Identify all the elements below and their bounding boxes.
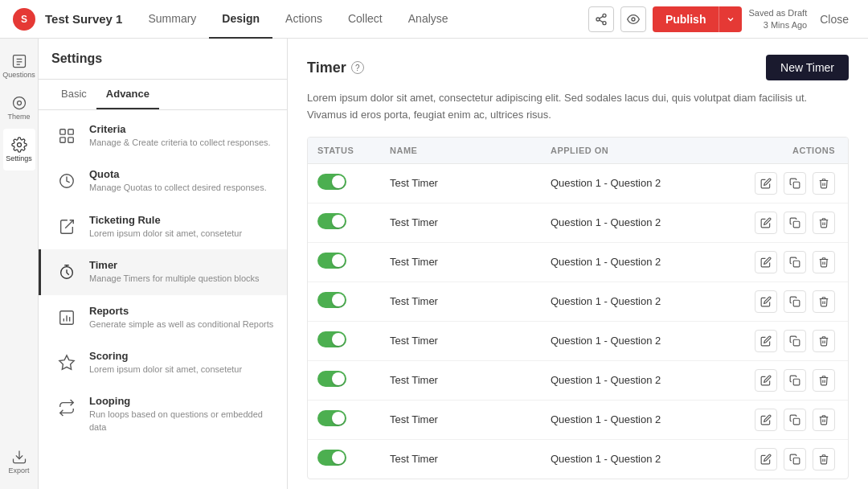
edit-button-0[interactable] [755,172,777,195]
copy-button-5[interactable] [784,369,806,392]
svg-point-5 [632,18,635,21]
copy-button-7[interactable] [784,448,806,471]
delete-button-4[interactable] [813,330,835,352]
copy-button-3[interactable] [784,290,806,313]
settings-item-looping[interactable]: Looping Run loops based on questions or … [39,385,287,443]
sidebar-item-export[interactable]: Export [3,441,35,483]
settings-item-scoring[interactable]: Scoring Lorem ipsum dolor sit amet, cons… [39,340,287,385]
tab-actions[interactable]: Actions [272,0,335,39]
toggle-1[interactable] [317,213,346,229]
th-name: NAME [380,138,541,163]
timer-title: Timer [89,259,260,271]
settings-tabs: Basic Advance [39,80,287,110]
edit-button-6[interactable] [755,409,777,431]
td-applied-on: Question 1 - Question 2 [541,366,743,394]
edit-button-4[interactable] [755,330,777,352]
toggle-6[interactable] [317,410,346,426]
delete-button-7[interactable] [813,448,835,471]
toggle-2[interactable] [317,253,346,269]
copy-button-4[interactable] [784,330,806,352]
copy-button-0[interactable] [784,172,806,195]
delete-button-5[interactable] [813,369,835,392]
copy-button-1[interactable] [784,212,806,234]
edit-icon [760,296,772,307]
td-status [308,205,380,240]
td-actions [743,322,848,360]
td-name: Test Timer [380,248,541,276]
preview-button[interactable] [620,6,646,32]
settings-item-reports[interactable]: Reports Generate simple as well as condi… [39,295,287,340]
publish-button[interactable]: Publish [653,6,719,32]
tab-advance[interactable]: Advance [96,80,159,109]
publish-group: Publish [653,6,743,32]
delete-icon [818,178,829,189]
svg-rect-28 [793,379,800,385]
share-icon [595,13,608,26]
delete-button-3[interactable] [813,290,835,313]
table-row: Test Timer Question 1 - Question 2 [308,322,848,361]
eye-icon [627,13,640,26]
scoring-desc: Lorem ipsum dolor sit amet, consetetur [89,364,242,376]
svg-rect-27 [793,339,800,346]
share-button[interactable] [588,6,614,32]
svg-rect-17 [68,138,73,142]
edit-button-3[interactable] [755,290,777,313]
edit-button-1[interactable] [755,212,777,234]
svg-marker-22 [59,355,74,369]
copy-button-2[interactable] [784,251,806,273]
table-row: Test Timer Question 1 - Question 2 [308,203,848,243]
tab-collect[interactable]: Collect [335,0,395,39]
settings-item-criteria[interactable]: Criteria Manage & Create criteria to col… [39,113,287,158]
settings-item-quota[interactable]: Quota Manage Quotas to collect desired r… [39,158,287,203]
icon-sidebar: Questions Theme Settings Export [0,39,39,489]
publish-caret-button[interactable] [719,6,742,32]
td-applied-on: Question 1 - Question 2 [541,405,743,434]
delete-button-6[interactable] [813,409,835,431]
copy-icon [789,335,800,347]
tab-summary[interactable]: Summary [135,0,209,39]
edit-button-7[interactable] [755,448,777,471]
toggle-5[interactable] [317,371,346,387]
edit-button-2[interactable] [755,251,777,273]
delete-icon [818,257,829,268]
td-name: Test Timer [380,287,541,315]
table-row: Test Timer Question 1 - Question 2 [308,401,848,440]
settings-item-timer[interactable]: Timer Manage Timers for multiple questio… [39,249,287,294]
sidebar-item-theme[interactable]: Theme [3,87,35,129]
copy-icon [789,296,800,307]
export-icon [11,449,27,465]
theme-icon [11,95,27,111]
sidebar-item-questions[interactable]: Questions [3,45,35,87]
quota-desc: Manage Quotas to collect desired respons… [89,182,267,194]
delete-button-1[interactable] [813,212,835,234]
th-status: STATUS [308,138,380,163]
toggle-7[interactable] [317,450,346,466]
tab-basic[interactable]: Basic [51,80,96,109]
ticketing-title: Ticketing Rule [89,214,242,226]
td-applied-on: Question 1 - Question 2 [541,287,743,315]
settings-items: Criteria Manage & Create criteria to col… [39,110,287,446]
close-button[interactable]: Close [813,10,855,29]
copy-button-6[interactable] [784,409,806,431]
content-description: Lorem ipsum dolor sit amet, consectetur … [307,90,849,124]
td-status [308,363,380,397]
toggle-0[interactable] [317,174,346,190]
delete-icon [818,454,829,465]
delete-button-2[interactable] [813,251,835,273]
settings-item-ticketing[interactable]: Ticketing Rule Lorem ipsum dolor sit ame… [39,204,287,249]
sidebar-item-settings[interactable]: Settings [3,129,35,171]
svg-line-4 [600,16,604,18]
tab-design[interactable]: Design [209,0,272,39]
content-title: Timer [307,60,346,76]
edit-button-5[interactable] [755,369,777,392]
toggle-4[interactable] [317,331,346,347]
help-icon[interactable]: ? [351,61,364,74]
tab-analyse[interactable]: Analyse [395,0,461,39]
td-actions [743,440,848,479]
toggle-3[interactable] [317,292,346,308]
delete-button-0[interactable] [813,172,835,195]
td-actions [743,282,848,321]
new-timer-button[interactable]: New Timer [766,55,849,80]
svg-point-11 [17,101,21,105]
svg-rect-29 [793,418,800,425]
